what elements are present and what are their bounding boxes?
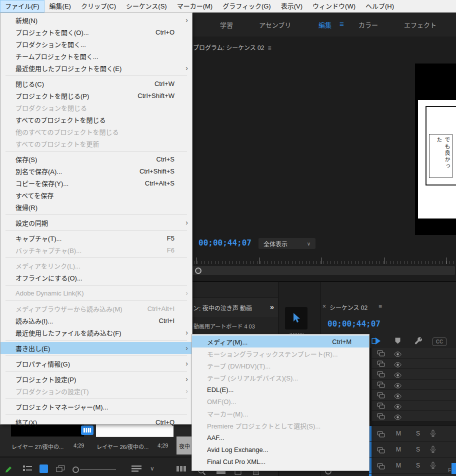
insert-overwrite-icon[interactable] (372, 337, 382, 347)
filmstrip-icon[interactable] (176, 465, 188, 474)
export-menu-item[interactable]: マーカー(M)... (192, 408, 369, 420)
track-output-eye-icon[interactable] (394, 360, 402, 370)
track-target-icon[interactable] (377, 381, 385, 390)
file-menu-item[interactable]: 閉じる(C)Ctrl+W (0, 78, 192, 90)
menubar-item[interactable]: 表示(V) (276, 0, 308, 12)
file-menu-item[interactable]: プロダクションを開く... (0, 38, 192, 50)
file-menu-item[interactable]: プロジェクトを閉じる(P)Ctrl+Shift+W (0, 90, 192, 102)
menubar-item[interactable]: マーカー(M) (172, 0, 218, 12)
export-menu-item[interactable]: Premiere プロジェクトとして選択(S)... (192, 420, 369, 432)
track-output-eye-icon[interactable] (394, 413, 402, 422)
track-target-icon[interactable] (377, 402, 385, 411)
export-menu-item[interactable]: OMF(O)... (192, 396, 369, 408)
workspace-tab-assembly[interactable]: アセンブリ (259, 20, 291, 30)
mute-button[interactable]: M (396, 462, 401, 469)
file-menu-item[interactable]: プロダクションの設定(T)› (0, 385, 192, 397)
scrollbar-thumb[interactable] (452, 463, 456, 474)
panel-menu-icon[interactable]: ≡ (268, 44, 271, 52)
file-menu-item[interactable]: メディアブラウザーから読み込み(M)Ctrl+Alt+I (0, 302, 192, 314)
track-target-icon[interactable] (377, 430, 385, 440)
track-output-eye-icon[interactable] (394, 392, 402, 401)
thumbnail-zoom-slider[interactable] (80, 469, 116, 470)
export-menu-item[interactable]: テープ (シリアルデバイス)(S)... (192, 372, 369, 384)
file-menu-item[interactable]: 終了(X)Ctrl+Q (0, 416, 192, 428)
export-menu-item[interactable]: モーショングラフィックステンプレート(R)... (192, 348, 369, 360)
file-menu-item[interactable]: すべてを保存 (0, 189, 192, 201)
file-menu-item[interactable]: 別名で保存(A)...Ctrl+Shift+S (0, 165, 192, 177)
workspace-tab-color[interactable]: カラー (358, 20, 378, 30)
file-menu-item[interactable]: プロダクションを閉じる (0, 102, 192, 114)
menubar-item[interactable]: シーケンス(S) (121, 0, 172, 12)
zoom-level-select[interactable]: 全体表示 ∨ (258, 238, 316, 249)
export-menu-item[interactable]: Avid Log Exchange... (192, 444, 369, 456)
program-scrollbar[interactable] (192, 266, 455, 275)
file-menu-item[interactable]: オフラインにする(O)... (0, 272, 192, 284)
solo-button[interactable]: S (416, 430, 420, 437)
file-menu-item[interactable]: プロジェクトマネージャー(M)... (0, 400, 192, 412)
workspace-tab-learning[interactable]: 学習 (220, 20, 233, 30)
file-menu-item[interactable]: プロジェクトを開く(O)...Ctrl+O (0, 26, 192, 38)
more-tabs-icon[interactable]: » (270, 302, 274, 311)
file-menu-item[interactable]: チームプロジェクトを開く... (0, 50, 192, 62)
marker-icon[interactable] (394, 337, 401, 346)
track-output-eye-icon[interactable] (394, 382, 402, 390)
panel-menu-icon[interactable]: ≡ (378, 303, 382, 310)
file-menu-item[interactable]: キャプチャ(T)...F5 (0, 232, 192, 244)
file-menu-item[interactable]: すべてのプロジェクトを閉じる (0, 114, 192, 126)
chevron-down-icon[interactable]: ∨ (150, 465, 154, 472)
voiceover-mic-icon[interactable] (430, 430, 436, 440)
track-target-icon[interactable] (377, 360, 385, 369)
export-menu-item[interactable]: テープ (DV/HDV)(T)... (192, 360, 369, 372)
track-target-icon[interactable] (377, 350, 385, 358)
file-menu-item[interactable]: Adobe Dynamic Link(K)› (0, 287, 192, 299)
file-menu-item[interactable]: 復帰(R) (0, 201, 192, 213)
workspace-tab-effects[interactable]: エフェクト (404, 20, 436, 30)
menubar-item[interactable]: グラフィック(G) (218, 0, 276, 12)
source-panel-tab[interactable]: ン: 夜中の泣き声 動画 » (192, 298, 278, 317)
workspace-tab-editing[interactable]: 編集 (318, 20, 332, 30)
export-menu-item[interactable]: EDL(E)... (192, 384, 369, 396)
menubar-item[interactable]: ウィンドウ(W) (308, 0, 360, 12)
selection-tool-button[interactable] (285, 307, 308, 330)
icon-view-button-active[interactable] (40, 464, 48, 473)
menubar-item[interactable]: 編集(E) (44, 0, 76, 12)
track-output-eye-icon[interactable] (394, 402, 402, 412)
file-menu-item[interactable]: コピーを保存(Y)...Ctrl+Alt+S (0, 177, 192, 189)
workspace-menu-icon[interactable]: ≡ (340, 20, 344, 28)
track-target-icon[interactable] (377, 370, 385, 380)
writable-pen-icon[interactable] (4, 465, 13, 476)
file-menu-item[interactable]: 最近使用したファイルを読み込む(F)› (0, 326, 192, 338)
menubar-item[interactable]: クリップ(C) (76, 0, 121, 12)
export-menu-item[interactable]: AAF... (192, 432, 369, 444)
file-menu-item[interactable]: 最近使用したプロジェクトを開く(E)› (0, 62, 192, 74)
close-icon[interactable]: × (322, 303, 326, 310)
file-menu-item[interactable]: 保存(S)Ctrl+S (0, 153, 192, 165)
program-time-ruler[interactable] (192, 256, 455, 264)
file-menu-item[interactable]: 書き出し(E)› (0, 342, 192, 354)
clip-name-label[interactable]: レイヤー 26/夜中の... (96, 442, 152, 450)
file-menu-item[interactable]: 設定の同期› (0, 216, 192, 228)
file-menu-item[interactable]: プロパティ情報(G)› (0, 358, 192, 370)
clip-name-label[interactable]: レイヤー 27/夜中の... (12, 442, 68, 450)
export-menu-item[interactable]: メディア(M)...Ctrl+M (192, 336, 369, 348)
mute-button[interactable]: M (396, 446, 401, 453)
track-target-icon[interactable] (377, 392, 385, 400)
sort-icon[interactable] (131, 465, 142, 474)
thumbnail-zoom-slider-handle[interactable] (72, 466, 79, 473)
track-output-eye-icon[interactable] (394, 350, 402, 359)
freeform-view-icon[interactable] (56, 465, 65, 474)
file-menu-item[interactable]: 他のすべてのプロジェクトを閉じる (0, 126, 192, 138)
file-menu-item[interactable]: 読み込み(I)...Ctrl+I (0, 314, 192, 326)
list-view-icon[interactable] (22, 465, 32, 474)
menubar-item[interactable]: ヘルプ(H) (360, 0, 399, 12)
track-target-icon[interactable] (377, 462, 385, 472)
voiceover-mic-icon[interactable] (430, 462, 436, 472)
scrollbar-handle[interactable] (195, 268, 202, 274)
menubar-item[interactable]: ファイル(F) (0, 0, 44, 12)
closed-captions-icon[interactable]: CC (432, 338, 446, 346)
file-menu-item[interactable]: メディアをリンク(L)... (0, 260, 192, 272)
solo-button[interactable]: S (416, 462, 420, 469)
clip-thumbnail-selected[interactable]: 夜中 (176, 436, 192, 454)
track-target-icon[interactable] (377, 446, 385, 456)
track-target-icon[interactable] (377, 412, 385, 422)
